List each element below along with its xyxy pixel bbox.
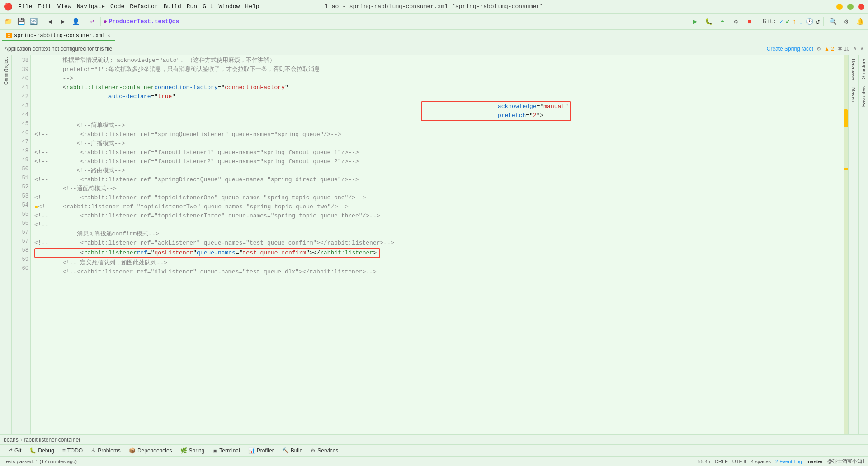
line-num-57b: 57 <box>14 237 28 246</box>
chevron-down-icon[interactable]: ∨ <box>860 45 863 52</box>
encoding[interactable]: UTF-8 <box>732 459 746 464</box>
build-bottom-btn[interactable]: 🔨 Build <box>278 447 307 455</box>
attr-prefetch: prefetch <box>498 111 526 120</box>
debug-btn[interactable]: 🐛 <box>703 16 714 27</box>
profiler-btn-label: Profiler <box>257 447 274 454</box>
git-undo-btn[interactable]: ↺ <box>816 18 820 25</box>
profile-btn[interactable]: ⚙ <box>731 16 741 27</box>
event-log-btn[interactable]: 2 Event Log <box>775 459 802 464</box>
menu-code[interactable]: Code <box>110 3 124 10</box>
git-green-btn[interactable]: ✔ <box>786 18 789 25</box>
tab-close[interactable]: ✕ <box>108 33 110 38</box>
menu-run[interactable]: Run <box>187 3 197 10</box>
line-num-50: 50 <box>14 165 28 174</box>
git-bottom-btn[interactable]: ⎇ Git <box>3 447 25 455</box>
structure-tab[interactable]: Structure <box>860 55 867 83</box>
menu-refactor[interactable]: Refactor <box>130 3 158 10</box>
build-icon: 🔨 <box>282 447 289 454</box>
git-pull-btn[interactable]: ↓ <box>799 18 802 25</box>
problems-icon: ⚠ <box>91 447 96 454</box>
chevron-up-icon[interactable]: ∧ <box>854 45 857 52</box>
settings-btn[interactable]: ⚙ <box>841 16 852 27</box>
git-check-btn[interactable]: ✓ <box>779 18 783 25</box>
code-text-38: 根据异常情况确认; acknowledge="auto". （这种方式使用麻烦，… <box>34 56 275 65</box>
toolbar-save-btn[interactable]: 💾 <box>15 16 26 27</box>
toolbar-open-btn[interactable]: 📁 <box>3 16 14 27</box>
services-icon: ⚙ <box>311 447 316 454</box>
line-num-40: 40 <box>14 74 28 83</box>
line-num-54: 54 <box>14 201 28 210</box>
attr-acknowledge: acknowledge <box>498 102 537 111</box>
git-push-btn[interactable]: ↑ <box>793 18 796 25</box>
profiler-icon: 📊 <box>248 447 255 454</box>
code-line-52: <!--通配符模式--> <box>34 184 840 193</box>
debug-icon: 🐛 <box>29 447 36 454</box>
line-ending[interactable]: CRLF <box>715 459 728 464</box>
toolbar-forward-btn[interactable]: ▶ <box>57 16 68 27</box>
create-spring-link[interactable]: Create Spring facet <box>767 46 813 52</box>
toolbar-method: ProducerTest.testQos <box>108 18 179 25</box>
menu-view[interactable]: View <box>57 3 71 10</box>
code-line-45: <!--简单模式--> <box>34 121 840 130</box>
code-line-39: prefetch="1":每次抓取多少条消息，只有消息确认签收了，才会拉取下一条… <box>34 65 840 74</box>
code-line-54: ● <!-- <rabbit:listener ref="topicListen… <box>34 202 840 212</box>
breadcrumb-beans[interactable]: beans <box>4 437 19 443</box>
sidebar-commit-icon[interactable]: Commit <box>1 72 10 81</box>
update-btn[interactable]: 🔔 <box>854 16 865 27</box>
file-tab[interactable]: X spring-rabbitmq-consumer.xml ✕ <box>2 31 115 41</box>
warning-text: Application context not configured for t… <box>5 46 112 52</box>
scrollbar-thumb[interactable] <box>844 109 848 127</box>
problems-bottom-btn[interactable]: ⚠ Problems <box>87 447 124 455</box>
toolbar-sync-btn[interactable]: 🔄 <box>28 16 39 27</box>
scrollbar-track[interactable] <box>844 55 848 434</box>
menu-help[interactable]: Help <box>245 3 259 10</box>
line-num-49: 49 <box>14 155 28 165</box>
maven-tab[interactable]: Maven <box>850 84 857 106</box>
close-button[interactable] <box>858 4 864 10</box>
sidebar-project-icon[interactable]: Project <box>1 60 10 69</box>
left-sidebar: Project Commit <box>0 55 12 434</box>
status-bar: Tests passed: 1 (17 minutes ago) 55:45 C… <box>0 456 868 466</box>
coverage-btn[interactable]: ☂ <box>717 16 728 27</box>
spring-icon: 🌿 <box>180 447 187 454</box>
minimize-button[interactable] <box>836 4 843 10</box>
terminal-bottom-btn[interactable]: ▣ Terminal <box>209 447 243 455</box>
menu-navigate[interactable]: Navigate <box>77 3 105 10</box>
tests-passed-text: Tests passed: 1 (17 minutes ago) <box>4 459 77 464</box>
database-tab[interactable]: Database <box>850 55 857 84</box>
line-num-48: 48 <box>14 146 28 155</box>
run-btn[interactable]: ▶ <box>690 16 701 27</box>
code-line-49: <!-- <rabbit:listener ref="fanoutListene… <box>34 157 840 166</box>
breadcrumb-container[interactable]: rabbit:listener-container <box>24 437 80 443</box>
line-num-58: 58 <box>14 246 28 255</box>
services-btn-label: Services <box>317 447 338 454</box>
menu-edit[interactable]: Edit <box>38 3 52 10</box>
line-num-51: 51 <box>14 174 28 183</box>
todo-bottom-btn[interactable]: ≡ TODO <box>59 447 86 455</box>
toolbar-undo-btn[interactable]: ↩ <box>87 16 98 27</box>
code-lines[interactable]: 根据异常情况确认; acknowledge="auto". （这种方式使用麻烦，… <box>31 55 844 434</box>
profiler-bottom-btn[interactable]: 📊 Profiler <box>245 447 278 455</box>
title-bar-left: 🔴 File Edit View Navigate Code Refactor … <box>4 2 259 11</box>
indent-setting[interactable]: 4 spaces <box>751 459 771 464</box>
favorites-tab[interactable]: Favorites <box>860 83 867 110</box>
toolbar-history-btn[interactable]: 👤 <box>70 16 81 27</box>
spring-bottom-btn[interactable]: 🌿 Spring <box>177 447 208 455</box>
git-clock-btn[interactable]: 🕐 <box>806 18 813 25</box>
menu-window[interactable]: Window <box>219 3 240 10</box>
maximize-button[interactable] <box>847 4 854 10</box>
spring-btn-label: Spring <box>189 447 205 454</box>
dependencies-bottom-btn[interactable]: 📦 Dependencies <box>125 447 176 455</box>
stop-btn[interactable]: ■ <box>744 16 755 27</box>
toolbar-divider-4 <box>759 17 759 26</box>
spring-settings-icon[interactable]: ⚙ <box>817 45 821 52</box>
menu-git[interactable]: Git <box>203 3 213 10</box>
structure-panel: Structure Favorites <box>858 55 868 434</box>
toolbar-back-btn[interactable]: ◀ <box>45 16 56 27</box>
menu-file[interactable]: File <box>18 3 32 10</box>
services-bottom-btn[interactable]: ⚙ Services <box>307 447 342 455</box>
search-btn[interactable]: 🔍 <box>827 16 838 27</box>
line-num-45: 45 <box>14 119 28 128</box>
debug-bottom-btn[interactable]: 🐛 Debug <box>26 447 57 455</box>
menu-build[interactable]: Build <box>164 3 181 10</box>
